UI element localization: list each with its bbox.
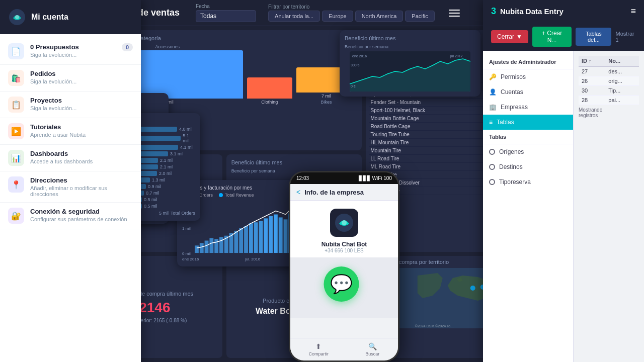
- whatsapp-bubble[interactable]: 💬: [324, 266, 359, 302]
- subcat-val-0: 4.0 mil: [179, 127, 193, 132]
- tutoriales-icon: ▶️: [8, 123, 24, 139]
- row-26-id: 26: [579, 76, 605, 86]
- sidebar-item-dashboards[interactable]: 📊 Dashboards Accede a tus dashboards: [0, 145, 141, 171]
- phone-company-name: Nubita Chat Bot: [321, 241, 367, 248]
- btn-cerrar[interactable]: Cerrar ▼: [491, 30, 528, 43]
- phone-company-phone: +34 666 100 LES: [325, 248, 364, 253]
- svg-rect-30: [284, 219, 288, 253]
- svg-rect-27: [269, 216, 273, 253]
- product-name-12: HL Mountain Tire: [369, 139, 499, 147]
- subcat-val-10: 0.5 mil: [144, 197, 157, 202]
- seguridad-title: Conexión & seguridad: [30, 208, 133, 215]
- subcat-val-7: 1.3 mil: [152, 177, 166, 183]
- product-name-15: ML Road Tire: [369, 163, 499, 171]
- nav-item-empresas[interactable]: 🏢 Empresas: [483, 100, 573, 115]
- fecha-select[interactable]: Todas: [196, 10, 256, 22]
- right-col-id[interactable]: ID ↑: [579, 56, 605, 66]
- ventas-clothing-label: Clothing: [261, 100, 278, 105]
- row-27-id: 27: [579, 66, 605, 76]
- sidebar-item-direcciones[interactable]: 📍 Direcciones Añadir, eliminar o modific…: [0, 171, 141, 203]
- subcat-val-8: 0.9 mil: [148, 184, 162, 189]
- territory-btn-north-america[interactable]: North America: [355, 11, 404, 22]
- tablas-nav-label: Tablas: [497, 119, 514, 126]
- origenes-label: Orígenes: [499, 148, 524, 155]
- phone-back-button[interactable]: <: [296, 188, 300, 196]
- nav-section-ajustes: Ajustes de Administrador: [483, 55, 573, 69]
- nav-item-origenes[interactable]: Orígenes: [483, 144, 573, 159]
- nav-item-permisos[interactable]: 🔑 Permisos: [483, 69, 573, 84]
- sidebar-menu: 📄 0 Presupuestos Siga la evolución... 0 …: [0, 34, 141, 233]
- territory-btn-pacific[interactable]: Pacific: [405, 11, 434, 22]
- subcat-val-3: 3.1 mil: [170, 151, 184, 156]
- phone-share-item[interactable]: ⬆ Compartir: [309, 342, 329, 356]
- pedidos-title: Pedidos: [30, 70, 133, 77]
- destinos-label: Destinos: [499, 163, 523, 170]
- sidebar-item-pedidos[interactable]: 🛍️ Pedidos Siga la evolución...: [0, 65, 141, 92]
- phone-bottom-bar: ⬆ Compartir 🔍 Buscar: [290, 338, 398, 358]
- svg-rect-25: [259, 221, 263, 253]
- product-name-7: Fender Set - Mountain: [369, 99, 499, 107]
- phone-search-item[interactable]: 🔍 Buscar: [365, 342, 379, 356]
- nav-item-tablas[interactable]: ≡ Tablas: [483, 115, 573, 130]
- tablas-label: Tablas del...: [586, 31, 602, 43]
- table-row: 28 pai...: [579, 96, 639, 105]
- svg-rect-22: [244, 226, 248, 253]
- row-28-name: pai...: [605, 96, 639, 105]
- svg-rect-12: [195, 245, 199, 253]
- mostrar-label: Mostrar 1: [615, 31, 636, 43]
- beneficio-card-subtitle: Beneficio por semana: [345, 44, 475, 49]
- svg-rect-23: [249, 223, 253, 253]
- right-nav: Ajustes de Administrador 🔑 Permisos 👤 Cu…: [483, 51, 574, 362]
- right-panel: 3 Nubita Data Entry ≡ Cerrar ▼ + Crear N…: [483, 0, 644, 362]
- row-30-id: 30: [579, 86, 605, 96]
- sidebar-logo-icon: [8, 8, 26, 26]
- hamburger-line-1: [449, 10, 460, 11]
- phone-status-icons: ▊▊▊ WiFi 100: [359, 175, 392, 181]
- nav-item-cuentas[interactable]: 👤 Cuentas: [483, 84, 573, 100]
- territory-btn-europe[interactable]: Europe: [322, 11, 353, 22]
- mostrar-info: Mostrando registros: [579, 107, 639, 118]
- sidebar-item-seguridad[interactable]: 🔐 Conexión & seguridad Configurar sus pa…: [0, 203, 141, 229]
- row-26-name: orig...: [605, 76, 639, 86]
- subcat-val-1: 5.1 mil: [183, 133, 195, 143]
- svg-rect-28: [274, 215, 278, 253]
- right-panel-menu-icon[interactable]: ≡: [630, 6, 636, 17]
- subcat-val-5: 2.1 mil: [160, 164, 174, 169]
- ventas-accessories-label: Accessories: [155, 44, 180, 49]
- presupuestos-desc: Siga la evolución...: [30, 52, 116, 58]
- territory-btn-anular[interactable]: Anular toda la...: [268, 11, 320, 22]
- nav-item-tiporeserva[interactable]: Tiporeserva: [483, 174, 573, 190]
- subcat-val-4: 2.1 mil: [160, 158, 174, 163]
- sidebar-header: Mi cuenta: [0, 0, 141, 34]
- mostrando-label: Mostrando: [579, 107, 639, 113]
- nav-item-destinos[interactable]: Destinos: [483, 159, 573, 174]
- ventas-clothing-bar: [247, 77, 292, 99]
- right-panel-logo: 3: [491, 6, 496, 17]
- row-30-name: Tip...: [605, 86, 639, 96]
- hamburger-menu-button[interactable]: [449, 10, 460, 17]
- product-name-13: Mountain Tire: [369, 147, 499, 155]
- svg-rect-29: [279, 217, 283, 253]
- empresas-label: Empresas: [501, 104, 528, 111]
- sidebar-item-presupuestos[interactable]: 📄 0 Presupuestos Siga la evolución... 0: [0, 38, 141, 65]
- tutoriales-content: Tutoriales Aprende a usar Nubita: [30, 123, 133, 138]
- x-label-1: ene 2016: [182, 257, 199, 261]
- presupuestos-icon: 📄: [8, 43, 24, 59]
- right-panel-title: Nubita Data Entry: [500, 7, 626, 16]
- sidebar-item-proyectos[interactable]: 📋 Proyectos Siga la evolución...: [0, 92, 141, 118]
- fecha-label: Fecha: [196, 4, 210, 9]
- cerrar-chevron: ▼: [516, 33, 522, 40]
- compras-legend-revenue: Total Revenue: [219, 193, 254, 198]
- sidebar-item-tutoriales[interactable]: ▶️ Tutoriales Aprende a usar Nubita: [0, 118, 141, 145]
- tablas-nav-icon: ≡: [489, 119, 493, 126]
- phone-status-bar: 12:03 ▊▊▊ WiFi 100: [290, 172, 398, 184]
- right-col-no[interactable]: No...: [605, 56, 639, 66]
- row-28-id: 28: [579, 96, 605, 105]
- direcciones-desc: Añadir, eliminar o modificar sus direcci…: [30, 185, 133, 197]
- btn-crear[interactable]: + Crear N...: [532, 27, 572, 47]
- btn-tablas[interactable]: Tablas del...: [576, 28, 611, 46]
- legend-revenue-label: Total Revenue: [225, 193, 254, 198]
- beneficio-card-title: Beneficio último mes: [345, 35, 475, 41]
- permisos-label: Permisos: [501, 73, 526, 80]
- left-sidebar: Mi cuenta 📄 0 Presupuestos Siga la evolu…: [0, 0, 141, 362]
